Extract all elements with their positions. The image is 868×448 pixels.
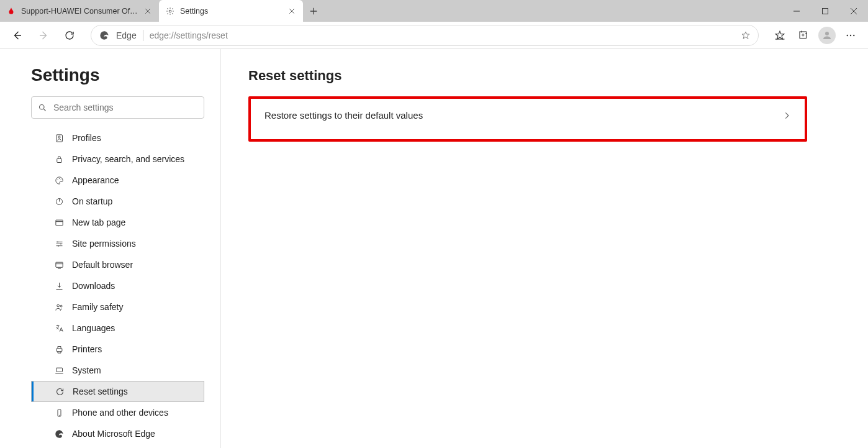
svg-point-4	[847, 34, 848, 35]
search-settings-input[interactable]	[53, 103, 197, 112]
svg-point-12	[58, 178, 59, 178]
nav-label: Appearance	[72, 175, 119, 185]
nav-appearance[interactable]: Appearance	[31, 170, 204, 191]
nav-reset-settings[interactable]: Reset settings	[31, 381, 204, 402]
restore-defaults-label: Restore settings to their default values	[264, 110, 782, 121]
star-outline-icon[interactable]	[741, 30, 751, 40]
svg-point-6	[853, 34, 854, 35]
edge-icon	[53, 428, 65, 439]
more-menu-button[interactable]	[839, 24, 862, 47]
new-tab-button[interactable]	[303, 0, 324, 22]
svg-point-3	[825, 32, 829, 35]
svg-point-5	[850, 34, 851, 35]
nav-downloads[interactable]: Downloads	[31, 275, 204, 296]
nav-newtab[interactable]: New tab page	[31, 212, 204, 233]
tab-huawei[interactable]: Support-HUAWEI Consumer Offi…	[0, 0, 159, 22]
svg-point-9	[58, 136, 60, 138]
svg-point-21	[60, 305, 62, 307]
nav-label: Reset settings	[73, 386, 128, 396]
phone-icon	[53, 407, 65, 418]
tab-settings[interactable]: Settings	[159, 0, 303, 22]
nav-profiles[interactable]: Profiles	[31, 127, 204, 149]
nav-label: Printers	[72, 344, 102, 354]
address-bar[interactable]: Edge edge://settings/reset	[91, 25, 759, 46]
window-controls	[782, 0, 868, 22]
nav-label: Site permissions	[72, 239, 136, 249]
refresh-button[interactable]	[58, 24, 81, 47]
settings-sidebar: Settings Profiles Privacy, search, and s…	[0, 49, 221, 448]
edge-logo-icon	[99, 30, 110, 41]
content-area: Reset settings Restore settings to their…	[221, 49, 868, 448]
svg-point-0	[169, 10, 171, 12]
tab-title: Support-HUAWEI Consumer Offi…	[21, 7, 139, 16]
nav-label: System	[72, 365, 101, 375]
printer-icon	[53, 344, 65, 355]
nav-label: About Microsoft Edge	[72, 429, 155, 439]
nav-default-browser[interactable]: Default browser	[31, 254, 204, 275]
language-icon	[53, 322, 65, 334]
power-icon	[53, 196, 65, 207]
nav-printers[interactable]: Printers	[31, 339, 204, 360]
nav-label: Privacy, search, and services	[72, 154, 184, 164]
avatar-icon	[818, 27, 836, 44]
sliders-icon	[53, 238, 65, 249]
palette-icon	[53, 175, 65, 186]
restore-defaults-card[interactable]: Restore settings to their default values	[248, 96, 807, 142]
nav-phone[interactable]: Phone and other devices	[31, 402, 204, 423]
svg-rect-19	[55, 262, 62, 267]
window-icon	[53, 217, 65, 228]
separator	[143, 30, 143, 41]
nav-label: Languages	[72, 323, 115, 333]
svg-rect-22	[57, 348, 62, 351]
browser-icon	[53, 259, 65, 270]
settings-nav: Profiles Privacy, search, and services A…	[31, 127, 204, 444]
search-icon	[38, 103, 47, 112]
svg-point-25	[58, 414, 59, 415]
nav-privacy[interactable]: Privacy, search, and services	[31, 149, 204, 170]
svg-rect-15	[55, 220, 62, 226]
minimize-button[interactable]	[782, 0, 811, 22]
profile-button[interactable]	[816, 24, 838, 47]
nav-startup[interactable]: On startup	[31, 191, 204, 212]
forward-button[interactable]	[32, 24, 55, 47]
nav-label: Downloads	[72, 281, 115, 291]
favorites-button[interactable]	[769, 24, 791, 47]
close-icon[interactable]	[143, 6, 153, 16]
svg-point-17	[60, 243, 61, 244]
huawei-favicon	[6, 6, 16, 16]
nav-system[interactable]: System	[31, 360, 204, 381]
maximize-button[interactable]	[811, 0, 839, 22]
nav-permissions[interactable]: Site permissions	[31, 233, 204, 254]
close-window-button[interactable]	[839, 0, 868, 22]
nav-family[interactable]: Family safety	[31, 296, 204, 318]
search-settings-box[interactable]	[31, 96, 204, 119]
reset-icon	[54, 386, 65, 397]
nav-languages[interactable]: Languages	[31, 318, 204, 339]
collections-button[interactable]	[792, 24, 815, 47]
svg-point-16	[57, 241, 58, 242]
url-text: edge://settings/reset	[150, 30, 735, 40]
profile-icon	[53, 132, 65, 144]
close-icon[interactable]	[287, 6, 297, 16]
engine-label: Edge	[116, 30, 137, 40]
back-button[interactable]	[6, 24, 29, 47]
browser-toolbar: Edge edge://settings/reset	[0, 22, 868, 49]
tab-bar: Support-HUAWEI Consumer Offi… Settings	[0, 0, 868, 22]
nav-about[interactable]: About Microsoft Edge	[31, 423, 204, 444]
svg-point-13	[60, 179, 61, 180]
lock-icon	[53, 153, 65, 165]
nav-label: Default browser	[72, 260, 133, 270]
toolbar-right	[769, 24, 862, 47]
main-area: Settings Profiles Privacy, search, and s…	[0, 49, 868, 448]
svg-point-20	[57, 304, 59, 307]
gear-icon	[165, 6, 175, 16]
nav-label: Profiles	[72, 133, 101, 143]
nav-label: New tab page	[72, 217, 125, 227]
nav-label: On startup	[72, 196, 112, 206]
nav-label: Phone and other devices	[72, 408, 168, 418]
svg-point-11	[57, 179, 58, 180]
tab-title: Settings	[180, 7, 283, 16]
svg-rect-1	[823, 8, 828, 14]
svg-rect-23	[56, 368, 62, 372]
laptop-icon	[53, 365, 65, 376]
